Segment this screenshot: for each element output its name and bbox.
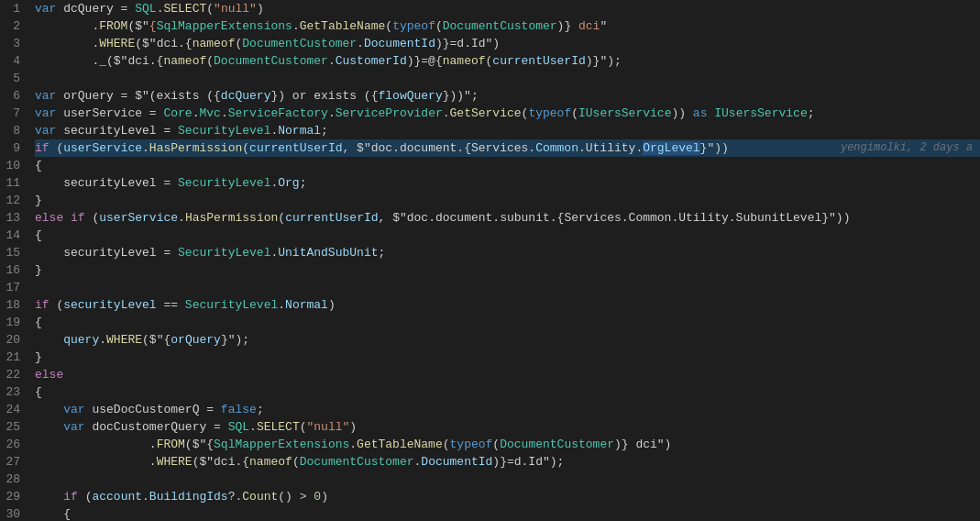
token-cls: DocumentCustomer xyxy=(443,19,557,33)
token-str: { xyxy=(149,19,157,33)
line-number: 14 xyxy=(0,227,20,244)
code-line: ._($"dci.{nameof(DocumentCustomer.Custom… xyxy=(35,52,980,70)
token-kw2: if xyxy=(63,490,78,504)
token-prop: DocumentId xyxy=(364,37,435,50)
token-cls: SecurityLevel xyxy=(178,246,270,260)
token-kw: var xyxy=(63,403,84,416)
token-method: HasPermission xyxy=(185,211,278,225)
line-number: 13 xyxy=(0,209,20,227)
token-num: 0 xyxy=(314,490,321,504)
line-number: 30 xyxy=(0,505,20,521)
token-plain: . xyxy=(349,438,357,451)
line-number: 9 xyxy=(0,139,20,157)
blame-annotation: yengimolki, 2 days a xyxy=(841,139,980,157)
token-method: WHERE xyxy=(157,455,193,469)
token-kw: var xyxy=(35,124,56,138)
token-plain: . xyxy=(328,54,336,68)
token-cls: SQL xyxy=(228,420,249,434)
token-prop: Org xyxy=(278,176,299,190)
token-plain: ._($"dci.{ xyxy=(35,54,163,68)
token-hl: OrgLevel xyxy=(643,141,699,155)
token-plain: Common xyxy=(629,211,672,225)
token-plain: ; xyxy=(378,246,385,260)
token-plain xyxy=(35,490,63,504)
token-plain: . xyxy=(35,438,157,451)
token-var-name: account xyxy=(92,490,142,504)
token-kw2: if xyxy=(71,211,85,225)
code-line: var securityLevel = SecurityLevel.Normal… xyxy=(35,122,980,139)
token-method: FROM xyxy=(99,19,127,33)
token-plain: , $"doc.document.{Services. xyxy=(343,141,536,155)
code-line: .WHERE($"dci.{nameof(DocumentCustomer.Do… xyxy=(35,453,980,471)
token-cls: DocumentCustomer xyxy=(242,37,357,50)
code-line xyxy=(35,70,980,87)
token-cls: DocumentCustomer xyxy=(214,54,328,68)
token-plain: .Utility.SubunitLevel}")) xyxy=(671,211,850,225)
token-var-name: query xyxy=(63,333,99,347)
token-cls: DocumentCustomer xyxy=(500,438,614,451)
code-line: if (userService.HasPermission(currentUse… xyxy=(35,139,980,157)
token-plain xyxy=(35,403,63,416)
code-editor: 1234567891011121314151617181920212223242… xyxy=(0,0,980,521)
token-plain: . xyxy=(35,455,157,469)
token-plain: ( xyxy=(50,298,64,312)
line-number: 18 xyxy=(0,296,20,314)
token-kw: typeof xyxy=(528,106,571,120)
token-plain: { xyxy=(35,228,42,242)
token-hl: Common xyxy=(535,141,578,155)
token-plain: . xyxy=(328,106,336,120)
line-number: 8 xyxy=(0,122,20,139)
token-str: "null" xyxy=(307,420,350,434)
token-cls: ServiceFactory xyxy=(228,106,328,120)
token-kw: var xyxy=(63,420,84,434)
token-plain: )}=d.Id"); xyxy=(492,455,564,469)
token-method: GetTableName xyxy=(300,19,386,33)
code-content: 1234567891011121314151617181920212223242… xyxy=(0,0,980,521)
token-plain: }) or exists ({ xyxy=(270,89,378,103)
token-kw2: else xyxy=(35,211,63,225)
token-kw: typeof xyxy=(392,19,435,33)
token-plain: )}"); xyxy=(586,54,622,68)
token-method: SELECT xyxy=(163,2,206,16)
token-nameof: nameof xyxy=(249,455,292,469)
token-plain: )} dci") xyxy=(614,438,671,451)
token-plain xyxy=(63,211,71,225)
token-plain: ) xyxy=(328,298,336,312)
token-plain: ) xyxy=(257,2,264,16)
code-line: } xyxy=(35,261,980,279)
token-plain: . xyxy=(292,19,300,33)
token-plain: ( xyxy=(492,438,500,451)
token-plain: . xyxy=(221,106,228,120)
token-plain: . xyxy=(178,211,185,225)
token-prop: UnitAndSubUnit xyxy=(278,246,378,260)
token-plain: securityLevel = xyxy=(35,246,178,260)
token-plain xyxy=(35,333,63,347)
token-nameof: nameof xyxy=(193,37,236,50)
token-plain: ) xyxy=(321,490,328,504)
token-plain: ; xyxy=(321,124,328,138)
token-prop: BuildingIds xyxy=(149,490,228,504)
token-str: dci xyxy=(571,19,600,33)
code-line: } xyxy=(35,349,980,366)
token-var-name: userService xyxy=(99,211,178,225)
token-plain: orQuery = $"(exists ({ xyxy=(56,89,220,103)
token-var-name: orQuery xyxy=(171,333,221,347)
token-plain: . xyxy=(443,106,450,120)
code-line xyxy=(35,279,980,296)
token-kw: var xyxy=(35,106,56,120)
code-line: else xyxy=(35,366,980,383)
token-plain: ; xyxy=(257,403,264,416)
token-plain: useDocCustomerQ = xyxy=(85,403,221,416)
code-line: } xyxy=(35,192,980,209)
token-plain: ) xyxy=(349,420,357,434)
line-number: 26 xyxy=(0,436,20,453)
token-cls: SQL xyxy=(135,2,156,16)
code-lines[interactable]: var dcQuery = SQL.SELECT("null") .FROM($… xyxy=(28,0,980,521)
token-plain: . xyxy=(357,37,364,50)
line-number: 4 xyxy=(0,52,20,70)
token-plain: ($"{ xyxy=(142,333,171,347)
token-plain: .Utility. xyxy=(578,141,643,155)
line-number: 23 xyxy=(0,383,20,401)
token-plain: }")) xyxy=(700,141,729,155)
token-plain: ( xyxy=(300,420,307,434)
